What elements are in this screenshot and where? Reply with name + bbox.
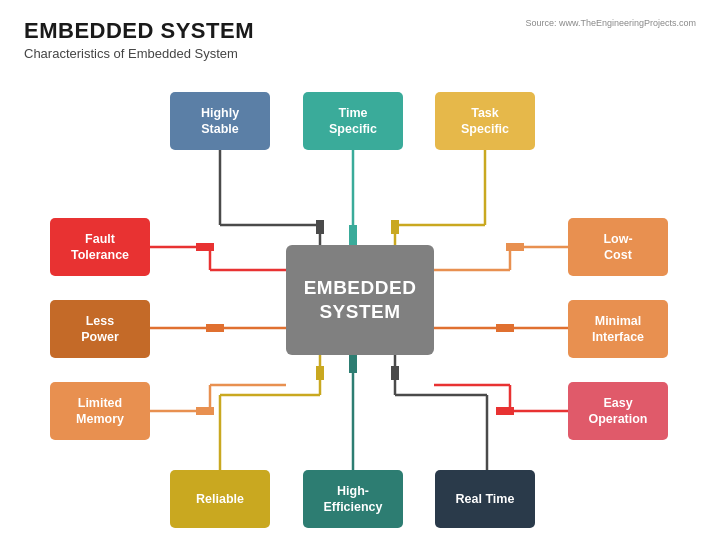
svg-rect-3 — [316, 220, 324, 234]
char-box-minimal-interface: MinimalInterface — [568, 300, 668, 358]
source-text: Source: www.TheEngineeringProjects.com — [525, 18, 696, 28]
page-subtitle: Characteristics of Embedded System — [24, 46, 696, 61]
diagram-area: EMBEDDED SYSTEM HighlyStableTimeSpecific… — [0, 70, 720, 530]
svg-rect-39 — [391, 366, 399, 380]
char-box-reliable: Reliable — [170, 470, 270, 528]
char-box-high-efficiency: High-Efficiency — [303, 470, 403, 528]
embedded-system-center: EMBEDDED SYSTEM — [286, 245, 434, 355]
svg-rect-23 — [506, 243, 524, 251]
svg-rect-33 — [316, 366, 324, 380]
svg-rect-13 — [196, 243, 214, 251]
center-line1: EMBEDDED — [304, 277, 417, 298]
svg-rect-5 — [349, 225, 357, 245]
page: EMBEDDED SYSTEM Characteristics of Embed… — [0, 0, 720, 540]
char-box-time-specific: TimeSpecific — [303, 92, 403, 150]
char-box-highly-stable: HighlyStable — [170, 92, 270, 150]
svg-rect-35 — [349, 355, 357, 373]
char-box-limited-memory: LimitedMemory — [50, 382, 150, 440]
svg-rect-19 — [196, 407, 214, 415]
center-line2: SYSTEM — [319, 301, 400, 322]
char-box-fault-tolerance: FaultTolerance — [50, 218, 150, 276]
svg-rect-29 — [496, 407, 514, 415]
char-box-easy-operation: EasyOperation — [568, 382, 668, 440]
char-box-task-specific: TaskSpecific — [435, 92, 535, 150]
svg-rect-25 — [496, 324, 514, 332]
svg-rect-9 — [391, 220, 399, 234]
char-box-less-power: LessPower — [50, 300, 150, 358]
svg-rect-15 — [206, 324, 224, 332]
char-box-real-time: Real Time — [435, 470, 535, 528]
char-box-low-cost: Low-Cost — [568, 218, 668, 276]
